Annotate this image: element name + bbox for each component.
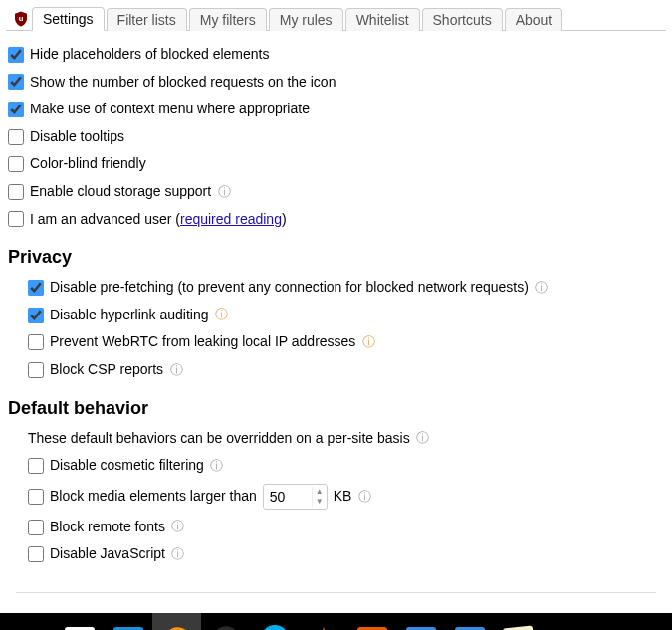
label-hyperlink-audit: Disable hyperlink auditing: [50, 306, 209, 325]
info-icon[interactable]: ⓘ: [171, 521, 185, 534]
stepper-up-icon[interactable]: ▲: [313, 487, 327, 497]
tab-filter-lists-label: Filter lists: [117, 12, 176, 28]
info-icon[interactable]: ⓘ: [171, 547, 185, 561]
taskbar-apps[interactable]: [6, 613, 55, 630]
divider: [16, 592, 656, 593]
media-size-input[interactable]: [264, 486, 312, 508]
skype-icon: S: [261, 625, 289, 630]
checkbox-hyperlink-audit[interactable]: [28, 308, 44, 323]
tab-settings[interactable]: Settings: [32, 7, 105, 31]
taskbar-screenshot[interactable]: ◉: [55, 613, 104, 630]
taskbar-app-blue[interactable]: ◧: [396, 613, 445, 630]
notes-icon: ≣: [502, 625, 534, 630]
tab-my-filters[interactable]: My filters: [189, 8, 267, 31]
firefox-icon: [163, 625, 191, 630]
checkbox-csp[interactable]: [28, 362, 44, 378]
tab-settings-label: Settings: [43, 11, 94, 27]
label-disable-js: Disable JavaScript: [50, 544, 165, 564]
checkbox-cosmetic-filtering[interactable]: [28, 458, 44, 474]
tab-my-rules[interactable]: My rules: [269, 8, 343, 31]
label-show-count: Show the number of blocked requests on t…: [30, 73, 336, 93]
checkbox-cloud-storage[interactable]: [8, 184, 24, 200]
default-behavior-heading: Default behavior: [8, 398, 664, 419]
steam-icon: [212, 625, 240, 630]
checkbox-show-count[interactable]: [8, 74, 24, 90]
taskbar-document[interactable]: ≡: [445, 613, 494, 630]
label-context-menu: Make use of context menu where appropria…: [30, 100, 310, 119]
checkbox-hide-placeholders[interactable]: [8, 47, 24, 63]
label-block-media-unit: KB: [334, 487, 352, 507]
info-icon[interactable]: ⓘ: [210, 459, 224, 473]
tab-filter-lists[interactable]: Filter lists: [107, 8, 187, 31]
required-reading-link[interactable]: required reading: [180, 211, 282, 227]
label-webrtc: Prevent WebRTC from leaking local IP add…: [50, 332, 355, 352]
info-icon[interactable]: ⓘ: [416, 431, 430, 445]
checkbox-remote-fonts[interactable]: [28, 520, 44, 535]
info-icon[interactable]: ⓘ: [169, 363, 183, 377]
tab-about[interactable]: About: [505, 8, 563, 31]
taskbar-files[interactable]: ⌂: [104, 613, 152, 630]
checkbox-color-blind[interactable]: [8, 156, 24, 172]
tab-my-rules-label: My rules: [280, 12, 333, 28]
info-icon[interactable]: ⓘ: [535, 281, 549, 295]
taskbar-notes[interactable]: ≣: [494, 613, 543, 630]
vlc-cone-icon: [311, 625, 336, 630]
taskbar: ◉ ⌂ S ✦ ◧ ≡ ≣: [0, 613, 672, 630]
info-icon[interactable]: ⓘ: [215, 309, 229, 322]
info-icon[interactable]: ⓘ: [361, 335, 375, 349]
settings-panel: Hide placeholders of blocked elements Sh…: [6, 31, 666, 593]
checkbox-disable-js[interactable]: [28, 546, 44, 562]
taskbar-app-orange[interactable]: ✦: [347, 613, 396, 630]
tab-whitelist-label: Whitelist: [356, 12, 409, 28]
checkbox-prefetch[interactable]: [28, 280, 44, 296]
privacy-heading: Privacy: [8, 247, 664, 268]
taskbar-skype[interactable]: S: [250, 613, 299, 630]
label-disable-tooltips: Disable tooltips: [30, 127, 124, 147]
checkbox-block-media[interactable]: [28, 489, 44, 505]
taskbar-app-last[interactable]: ✶✦: [543, 613, 591, 630]
tabs-bar: u Settings Filter lists My filters My ru…: [6, 6, 666, 31]
checkbox-context-menu[interactable]: [8, 102, 24, 117]
label-advanced-user: I am an advanced user (required reading): [30, 210, 287, 230]
checkbox-advanced-user[interactable]: [8, 211, 24, 227]
default-behavior-desc: These default behaviors can be overridde…: [28, 429, 410, 449]
label-prefetch: Disable pre-fetching (to prevent any con…: [50, 278, 529, 298]
tab-about-label: About: [516, 12, 553, 28]
svg-text:u: u: [19, 14, 24, 23]
label-color-blind: Color-blind friendly: [30, 154, 146, 174]
info-icon[interactable]: ⓘ: [357, 490, 371, 504]
ublock-shield-icon: u: [12, 10, 30, 28]
taskbar-vlc[interactable]: [299, 613, 347, 630]
tab-my-filters-label: My filters: [200, 12, 256, 28]
label-remote-fonts: Block remote fonts: [50, 518, 165, 537]
taskbar-steam[interactable]: [201, 613, 250, 630]
tab-shortcuts[interactable]: Shortcuts: [422, 8, 503, 31]
info-icon[interactable]: ⓘ: [217, 185, 231, 199]
stepper-down-icon[interactable]: ▼: [313, 497, 327, 507]
media-size-input-wrap: ▲ ▼: [263, 484, 328, 510]
checkbox-disable-tooltips[interactable]: [8, 129, 24, 145]
label-csp: Block CSP reports: [50, 360, 163, 380]
label-cosmetic-filtering: Disable cosmetic filtering: [50, 456, 204, 476]
tab-shortcuts-label: Shortcuts: [433, 12, 492, 28]
checkbox-webrtc[interactable]: [28, 334, 44, 350]
label-cloud-storage: Enable cloud storage support: [30, 182, 211, 202]
taskbar-firefox[interactable]: [152, 613, 201, 630]
label-hide-placeholders: Hide placeholders of blocked elements: [30, 45, 269, 65]
svg-point-2: [213, 626, 239, 630]
label-block-media-pre: Block media elements larger than: [50, 487, 257, 507]
tab-whitelist[interactable]: Whitelist: [345, 8, 420, 31]
